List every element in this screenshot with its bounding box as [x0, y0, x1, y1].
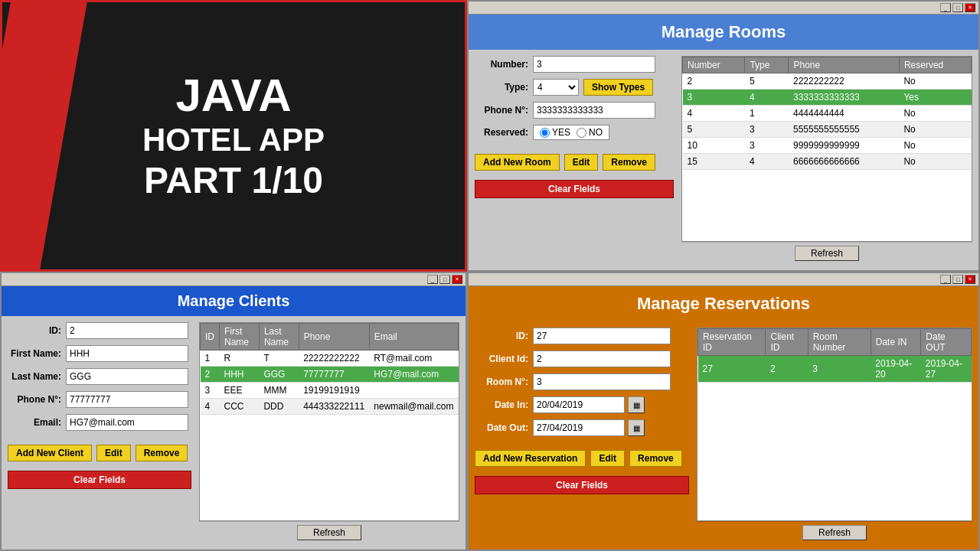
res-dateout-row: Date Out: ▦ — [475, 419, 689, 436]
add-room-btn[interactable]: Add New Room — [475, 154, 560, 171]
phone-input[interactable] — [533, 102, 655, 119]
rooms-refresh-btn[interactable]: Refresh — [795, 246, 859, 261]
res-clientid-input[interactable] — [533, 350, 671, 367]
clients-refresh-btn[interactable]: Refresh — [297, 525, 361, 540]
res-dateout-label: Date Out: — [475, 422, 528, 433]
datein-group: ▦ — [533, 396, 645, 413]
rooms-table-panel: Number Type Phone Reserved 252222222222N… — [681, 56, 972, 264]
col-type: Type — [745, 57, 789, 73]
col-firstname: First Name — [220, 324, 260, 350]
client-fname-row: First Name: — [8, 345, 191, 362]
res-maximize-btn[interactable]: □ — [952, 275, 963, 284]
dateout-cal-btn[interactable]: ▦ — [628, 419, 645, 436]
add-res-btn[interactable]: Add New Reservation — [475, 450, 586, 467]
res-minimize-btn[interactable]: _ — [940, 275, 951, 284]
table-row[interactable]: 1039999999999999No — [683, 138, 972, 154]
yes-radio[interactable]: YES — [540, 127, 570, 138]
clients-close-btn[interactable]: ✕ — [452, 275, 462, 284]
client-email-label: Email: — [8, 417, 61, 428]
client-phone-input[interactable] — [66, 391, 188, 408]
res-clear-row: Clear Fields — [475, 476, 689, 494]
res-table-panel: Reservation ID Client ID Room Number Dat… — [697, 328, 972, 543]
res-titlebar: _ □ ✕ — [469, 273, 978, 286]
clear-row: Clear Fields — [475, 180, 674, 198]
client-email-input[interactable] — [66, 414, 188, 431]
reserved-radio-group: YES NO — [533, 125, 609, 140]
show-types-btn[interactable]: Show Types — [583, 79, 653, 96]
manage-clients-window: _ □ ✕ Manage Clients ID: First Name: Las… — [0, 272, 467, 551]
manage-res-title: Manage Reservations — [469, 286, 978, 321]
phone-row: Phone N°: — [475, 102, 674, 119]
table-row[interactable]: 3EEEMMM19199191919 — [201, 383, 459, 399]
clients-buttons: Add New Client Edit Remove — [8, 445, 191, 461]
client-id-input[interactable] — [66, 322, 188, 339]
clients-content: ID: First Name: Last Name: Phone N°: Ema… — [2, 316, 466, 549]
number-input[interactable] — [533, 56, 655, 73]
client-lname-label: Last Name: — [8, 371, 61, 382]
number-row: Number: — [475, 56, 674, 73]
clients-minimize-btn[interactable]: _ — [427, 275, 438, 284]
maximize-btn[interactable]: □ — [952, 3, 963, 12]
rooms-form: Number: Type: 4 Show Types Phone N°: Res… — [475, 56, 674, 264]
edit-room-btn[interactable]: Edit — [564, 154, 599, 171]
remove-client-btn[interactable]: Remove — [136, 445, 188, 461]
table-row[interactable]: 343333333333333Yes — [683, 90, 972, 106]
res-datein-input[interactable] — [533, 396, 625, 413]
type-select[interactable]: 4 — [533, 79, 579, 96]
table-row[interactable]: 1546666666666666No — [683, 154, 972, 170]
no-radio[interactable]: NO — [577, 127, 603, 138]
minimize-btn[interactable]: _ — [940, 3, 951, 12]
client-id-label: ID: — [8, 325, 61, 336]
client-fname-input[interactable] — [66, 345, 188, 362]
edit-res-btn[interactable]: Edit — [590, 450, 625, 467]
reserved-row: Reserved: YES NO — [475, 125, 674, 140]
res-dateout-input[interactable] — [533, 419, 625, 436]
res-refresh-btn[interactable]: Refresh — [802, 525, 867, 540]
clients-table-panel: ID First Name Last Name Phone Email 1RT2… — [199, 322, 459, 543]
clear-res-btn[interactable]: Clear Fields — [475, 476, 689, 494]
col-id: ID — [201, 324, 220, 350]
add-client-btn[interactable]: Add New Client — [8, 445, 92, 461]
manage-rooms-title: Manage Rooms — [469, 15, 978, 50]
res-close-btn[interactable]: ✕ — [965, 275, 975, 284]
table-row[interactable]: 252222222222No — [683, 73, 972, 90]
type-row: Type: 4 Show Types — [475, 79, 674, 96]
client-email-row: Email: — [8, 414, 191, 431]
clear-clients-btn[interactable]: Clear Fields — [8, 471, 191, 489]
no-radio-input[interactable] — [577, 128, 586, 138]
title-line1: JAVA — [175, 70, 291, 121]
client-fname-label: First Name: — [8, 348, 61, 359]
res-datein-label: Date In: — [475, 399, 528, 410]
table-row[interactable]: 27232019-04-202019-04-27 — [698, 356, 972, 383]
close-btn[interactable]: ✕ — [965, 3, 975, 12]
datein-cal-btn[interactable]: ▦ — [628, 396, 645, 413]
edit-client-btn[interactable]: Edit — [96, 445, 131, 461]
client-phone-row: Phone N°: — [8, 391, 191, 408]
res-clientid-row: Client Id: — [475, 350, 689, 367]
rooms-refresh-bar: Refresh — [681, 242, 972, 264]
clients-refresh-bar: Refresh — [199, 521, 459, 543]
clear-fields-btn[interactable]: Clear Fields — [475, 180, 674, 198]
res-roomno-input[interactable] — [533, 373, 671, 390]
yes-radio-input[interactable] — [540, 128, 550, 138]
res-clientid-label: Client Id: — [475, 354, 528, 364]
table-row[interactable]: 4CCCDDD444333222111newmail@mail.com — [201, 399, 459, 415]
col-datein: Date IN — [871, 329, 921, 356]
manage-rooms-window: _ □ ✕ Manage Rooms Number: Type: 4 Show … — [467, 0, 980, 272]
remove-room-btn[interactable]: Remove — [603, 154, 655, 171]
remove-res-btn[interactable]: Remove — [629, 450, 682, 467]
res-buttons: Add New Reservation Edit Remove — [475, 450, 689, 467]
client-id-row: ID: — [8, 322, 191, 339]
title-line3: PART 1/10 — [144, 159, 323, 201]
clients-maximize-btn[interactable]: □ — [439, 275, 450, 284]
table-row[interactable]: 535555555555555No — [683, 122, 972, 138]
client-lname-input[interactable] — [66, 368, 188, 385]
res-roomno-label: Room N°: — [475, 377, 528, 387]
table-row[interactable]: 414444444444No — [683, 106, 972, 122]
res-id-input[interactable] — [533, 328, 671, 344]
manage-rooms-content: Number: Type: 4 Show Types Phone N°: Res… — [469, 50, 978, 270]
col-roomnum: Room Number — [808, 329, 871, 356]
table-row[interactable]: 1RT22222222222RT@mail.com — [201, 350, 459, 367]
col-phone: Phone — [789, 57, 899, 73]
table-row[interactable]: 2HHHGGG77777777HG7@mail.com — [201, 367, 459, 383]
